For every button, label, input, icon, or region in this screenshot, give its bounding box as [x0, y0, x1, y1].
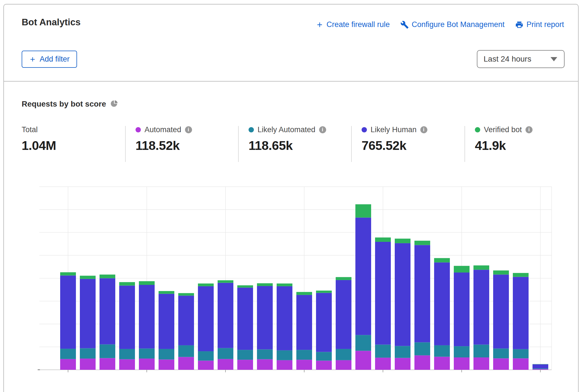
- bar-segment-verified-bot[interactable]: [513, 273, 529, 277]
- info-icon[interactable]: i: [319, 126, 326, 133]
- bar-segment-likely-human[interactable]: [375, 242, 391, 344]
- bar-segment-automated[interactable]: [513, 358, 529, 370]
- bar-segment-likely-human[interactable]: [218, 283, 233, 348]
- bar-segment-likely-human[interactable]: [257, 286, 273, 349]
- bar-segment-likely-human[interactable]: [119, 285, 135, 349]
- bar-segment-automated[interactable]: [395, 358, 410, 370]
- bar-segment-likely-human[interactable]: [237, 288, 253, 350]
- bar-segment-automated[interactable]: [257, 359, 273, 370]
- bar-segment-likely-automated[interactable]: [316, 352, 332, 361]
- bar-segment-automated[interactable]: [454, 357, 470, 370]
- bar-segment-likely-human[interactable]: [277, 286, 292, 350]
- bar-segment-verified-bot[interactable]: [198, 283, 214, 286]
- bar-segment-likely-human[interactable]: [316, 293, 332, 352]
- bar-segment-automated[interactable]: [237, 360, 253, 370]
- bar-segment-likely-human[interactable]: [60, 276, 76, 349]
- bar-segment-automated[interactable]: [178, 357, 194, 370]
- bar-segment-verified-bot[interactable]: [296, 292, 312, 295]
- bar-segment-likely-automated[interactable]: [119, 349, 135, 359]
- bar-segment-likely-automated[interactable]: [454, 346, 470, 357]
- bar-segment-likely-automated[interactable]: [533, 368, 548, 369]
- bar-segment-likely-automated[interactable]: [159, 349, 174, 359]
- bar-segment-likely-automated[interactable]: [277, 350, 292, 360]
- bar-segment-likely-automated[interactable]: [513, 349, 529, 359]
- bar-segment-likely-automated[interactable]: [80, 348, 96, 359]
- bar-segment-verified-bot[interactable]: [395, 239, 410, 243]
- bar-segment-verified-bot[interactable]: [139, 281, 155, 285]
- bar-segment-verified-bot[interactable]: [257, 283, 273, 286]
- bar-segment-likely-human[interactable]: [159, 294, 174, 349]
- bar-segment-automated[interactable]: [119, 359, 135, 370]
- bar-segment-verified-bot[interactable]: [414, 241, 430, 245]
- bar-segment-verified-bot[interactable]: [316, 290, 332, 293]
- bar-segment-likely-automated[interactable]: [355, 335, 371, 351]
- bar-segment-likely-automated[interactable]: [473, 344, 489, 357]
- bar-segment-verified-bot[interactable]: [533, 364, 548, 364]
- bar-segment-likely-human[interactable]: [493, 274, 509, 348]
- bar-segment-automated[interactable]: [355, 351, 371, 370]
- bar-segment-likely-human[interactable]: [395, 243, 410, 346]
- bar-segment-likely-automated[interactable]: [257, 350, 273, 359]
- bar-segment-verified-bot[interactable]: [277, 283, 292, 286]
- bar-segment-likely-automated[interactable]: [434, 345, 450, 357]
- add-filter-button[interactable]: Add filter: [22, 51, 77, 68]
- bar-segment-automated[interactable]: [316, 361, 332, 370]
- print-report-link[interactable]: Print report: [515, 20, 564, 29]
- bar-segment-verified-bot[interactable]: [80, 276, 96, 279]
- bar-segment-automated[interactable]: [80, 359, 96, 370]
- configure-bot-management-link[interactable]: Configure Bot Management: [400, 20, 504, 29]
- bar-segment-automated[interactable]: [336, 360, 351, 370]
- bar-segment-automated[interactable]: [296, 360, 312, 370]
- bar-segment-automated[interactable]: [218, 359, 233, 370]
- bar-segment-verified-bot[interactable]: [119, 282, 135, 285]
- bar-segment-likely-automated[interactable]: [218, 348, 233, 359]
- bar-segment-verified-bot[interactable]: [454, 266, 470, 272]
- info-icon[interactable]: i: [525, 126, 533, 133]
- bar-segment-likely-human[interactable]: [533, 364, 548, 368]
- bar-segment-verified-bot[interactable]: [434, 258, 450, 262]
- bar-segment-verified-bot[interactable]: [336, 277, 351, 280]
- bar-segment-automated[interactable]: [434, 357, 450, 370]
- bar-segment-likely-automated[interactable]: [395, 346, 410, 358]
- bar-segment-likely-automated[interactable]: [336, 349, 351, 360]
- bar-segment-likely-human[interactable]: [80, 279, 96, 348]
- bar-segment-automated[interactable]: [159, 359, 174, 370]
- bar-segment-likely-automated[interactable]: [375, 344, 391, 357]
- bar-segment-likely-human[interactable]: [139, 285, 155, 348]
- bar-segment-verified-bot[interactable]: [60, 272, 76, 275]
- bar-segment-automated[interactable]: [493, 358, 509, 370]
- bar-segment-automated[interactable]: [139, 359, 155, 370]
- bar-segment-automated[interactable]: [473, 357, 489, 370]
- bar-segment-verified-bot[interactable]: [493, 271, 509, 275]
- bar-segment-likely-automated[interactable]: [100, 344, 115, 358]
- bar-segment-likely-automated[interactable]: [198, 351, 214, 361]
- bar-segment-verified-bot[interactable]: [100, 274, 115, 278]
- info-icon[interactable]: i: [420, 126, 427, 133]
- bar-segment-automated[interactable]: [60, 359, 76, 370]
- create-firewall-rule-link[interactable]: Create firewall rule: [316, 20, 390, 29]
- bar-segment-likely-human[interactable]: [454, 272, 470, 346]
- bar-segment-automated[interactable]: [533, 369, 548, 370]
- bar-segment-likely-human[interactable]: [473, 270, 489, 344]
- bar-segment-likely-human[interactable]: [513, 277, 529, 349]
- bar-segment-verified-bot[interactable]: [237, 285, 253, 288]
- bar-segment-verified-bot[interactable]: [355, 204, 371, 217]
- bar-segment-verified-bot[interactable]: [178, 293, 194, 296]
- bar-segment-likely-automated[interactable]: [60, 349, 76, 359]
- bar-segment-automated[interactable]: [414, 355, 430, 370]
- bar-segment-verified-bot[interactable]: [473, 265, 489, 270]
- bar-segment-verified-bot[interactable]: [159, 291, 174, 294]
- bar-segment-likely-automated[interactable]: [178, 345, 194, 357]
- bar-segment-likely-automated[interactable]: [493, 348, 509, 358]
- bar-segment-likely-human[interactable]: [355, 218, 371, 335]
- bar-segment-likely-human[interactable]: [336, 280, 351, 349]
- bar-segment-verified-bot[interactable]: [218, 280, 233, 283]
- bar-segment-likely-automated[interactable]: [237, 350, 253, 360]
- bar-segment-likely-automated[interactable]: [139, 348, 155, 359]
- info-icon[interactable]: i: [185, 126, 192, 133]
- bar-segment-likely-automated[interactable]: [414, 342, 430, 355]
- bar-segment-likely-human[interactable]: [178, 296, 194, 345]
- bar-segment-verified-bot[interactable]: [375, 238, 391, 242]
- bar-segment-likely-human[interactable]: [434, 262, 450, 345]
- bar-segment-likely-automated[interactable]: [296, 350, 312, 360]
